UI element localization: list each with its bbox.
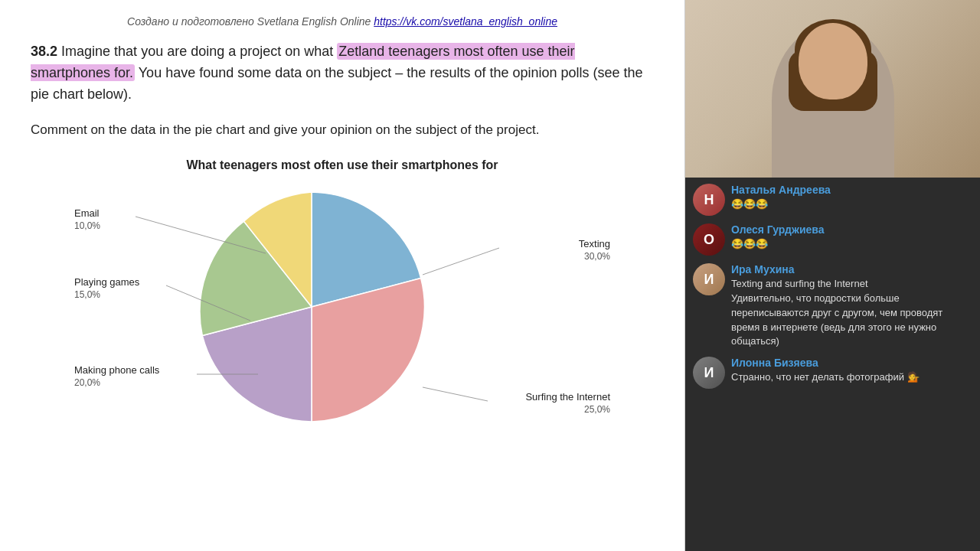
video-area — [685, 0, 980, 178]
label-surfing-name: Surfing the Internet — [525, 391, 610, 404]
chart-title: What teenagers most often use their smar… — [186, 158, 498, 172]
chart-area: Email 10,0% Playing games 15,0% Making p… — [74, 184, 610, 429]
comment-olesya: О Олеся Гурджиева 😂😂😂 — [693, 223, 972, 256]
avatar-ilonna: И — [693, 357, 725, 389]
comment-ilonna: И Илонна Бизяева Странно, что нет делать… — [693, 357, 972, 389]
comment-olesya-text: 😂😂😂 — [731, 237, 972, 252]
label-email: Email 10,0% — [74, 207, 100, 232]
label-surfing: Surfing the Internet 25,0% — [525, 391, 610, 416]
comment-natalia-text: 😂😂😂 — [731, 197, 972, 212]
right-panel: Н Наталья Андреева 😂😂😂 О Олеся Гурджиева… — [685, 0, 980, 551]
presenter-placeholder — [685, 0, 980, 178]
label-calls: Making phone calls 20,0% — [74, 364, 159, 389]
task-text: 38.2 Imagine that you are doing a projec… — [31, 41, 654, 106]
attribution: Создано и подготовлено Svetlana English … — [31, 15, 654, 28]
task-intro: Imagine that you are doing a project on … — [61, 44, 333, 59]
comment-olesya-body: Олеся Гурджиева 😂😂😂 — [731, 223, 972, 252]
comment-natalia-body: Наталья Андреева 😂😂😂 — [731, 184, 972, 212]
comment-ilonna-body: Илонна Бизяева Странно, что нет делать ф… — [731, 357, 972, 385]
label-email-pct: 10,0% — [74, 220, 100, 233]
label-playing: Playing games 15,0% — [74, 276, 139, 301]
pie-chart — [197, 192, 426, 422]
comment-natalia: Н Наталья Андреева 😂😂😂 — [693, 184, 972, 216]
comment-ilonna-name: Илонна Бизяева — [731, 357, 972, 369]
left-panel: Создано и подготовлено Svetlana English … — [0, 0, 685, 551]
avatar-olesya: О — [693, 223, 725, 256]
presenter-head — [799, 23, 867, 99]
label-email-name: Email — [74, 207, 100, 220]
task-comment: Comment on the data in the pie chart and… — [31, 119, 654, 140]
comment-ira-name: Ира Мухина — [731, 263, 972, 276]
svg-line-4 — [423, 248, 499, 275]
label-calls-name: Making phone calls — [74, 364, 159, 377]
comment-ilonna-text: Странно, что нет делать фотографий 💁 — [731, 370, 972, 385]
label-calls-pct: 20,0% — [74, 377, 159, 390]
comment-olesya-name: Олеся Гурджиева — [731, 223, 972, 236]
attribution-link[interactable]: https://vk.com/svetlana_english_online — [374, 15, 557, 28]
label-surfing-pct: 25,0% — [525, 404, 610, 416]
avatar-natalia: Н — [693, 184, 725, 216]
chart-container: What teenagers most often use their smar… — [31, 158, 654, 429]
attribution-text: Создано и подготовлено Svetlana English … — [127, 15, 371, 28]
avatar-ira: И — [693, 263, 725, 295]
comment-ira-text: Texting and surfing the InternetУдивител… — [731, 277, 972, 349]
label-playing-pct: 15,0% — [74, 289, 139, 302]
comment-ira-body: Ира Мухина Texting and surfing the Inter… — [731, 263, 972, 349]
comments-area: Н Наталья Андреева 😂😂😂 О Олеся Гурджиева… — [685, 178, 980, 551]
label-texting-pct: 30,0% — [579, 251, 610, 263]
label-texting: Texting 30,0% — [579, 238, 610, 262]
comment-ira: И Ира Мухина Texting and surfing the Int… — [693, 263, 972, 349]
svg-line-3 — [423, 387, 488, 401]
label-texting-name: Texting — [579, 238, 610, 251]
comment-natalia-name: Наталья Андреева — [731, 184, 972, 196]
label-playing-name: Playing games — [74, 276, 139, 289]
task-number: 38.2 — [31, 44, 57, 59]
